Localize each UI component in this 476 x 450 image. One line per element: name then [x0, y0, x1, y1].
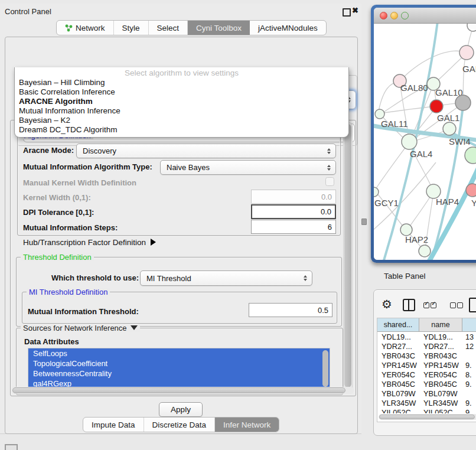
tab-label: jActiveMNodules [258, 24, 318, 32]
dropdown-item[interactable]: Basic Correlation Inference [15, 87, 348, 97]
manual-kernel-width-checkbox[interactable] [325, 177, 334, 186]
checked-checkboxes-icon[interactable] [423, 302, 436, 308]
node-label: SWI4 [449, 136, 471, 146]
network-node[interactable] [375, 109, 384, 119]
table-row[interactable]: YDR27...YDR27...12 [377, 341, 476, 351]
scrollbar-thumb[interactable] [379, 415, 475, 419]
unchecked-checkboxes-icon[interactable] [450, 302, 463, 308]
kernel-width-label: Kernel Width (0,1): [23, 193, 91, 202]
table-cell: YBR045C [377, 380, 419, 389]
column-header[interactable] [462, 318, 476, 331]
network-node[interactable] [467, 24, 476, 31]
table-horizontal-scrollbar[interactable] [379, 414, 476, 420]
dropdown-item[interactable]: Dream8 DC_TDC Algorithm [15, 125, 348, 135]
mi-algorithm-type-select[interactable]: Naive Bayes [160, 160, 336, 175]
control-panel-window: Control Panel ✖ Network Style Select Cyn… [0, 4, 361, 434]
table-cell: YPR145W [377, 361, 419, 370]
data-attributes-list[interactable]: SelfLoops TopologicalCoefficient Between… [28, 348, 330, 390]
table-cell: 9. [462, 361, 476, 370]
settings-vertical-scrollbar[interactable] [343, 122, 353, 394]
which-threshold-value: MI Threshold [146, 274, 191, 283]
network-node[interactable] [459, 45, 474, 60]
table-row[interactable]: YIL052CYIL052C9. [377, 407, 476, 413]
table-row[interactable]: YLR345WYLR345W9. [377, 398, 476, 407]
table-cell: YLR345W [419, 399, 462, 407]
apply-button-label: Apply [171, 405, 191, 414]
tab-cyni-toolbox[interactable]: Cyni Toolbox [188, 21, 250, 35]
node-label: HAP2 [405, 234, 428, 244]
tab-impute-data[interactable]: Impute Data [83, 418, 144, 432]
zoom-traffic-light-icon[interactable] [401, 12, 409, 19]
close-icon[interactable]: ✖ [352, 6, 358, 15]
mi-threshold-field[interactable]: 0.5 [249, 303, 332, 317]
table-row[interactable]: YBL079WYBL079W [377, 389, 476, 398]
document-icon[interactable] [469, 298, 476, 312]
table-row[interactable]: YBR045CYBR045C9. [377, 379, 476, 389]
network-node[interactable] [443, 122, 456, 135]
network-node[interactable] [402, 134, 417, 149]
mi-steps-field[interactable]: 6 [251, 220, 336, 234]
threshold-definition-legend: Threshold Definition [21, 253, 94, 261]
network-window-titlebar[interactable] [374, 8, 476, 24]
attribute-item[interactable]: SelfLoops [28, 348, 330, 358]
network-node[interactable] [455, 95, 471, 110]
dropdown-item[interactable]: Bayesian – Hill Climbing [15, 78, 348, 87]
network-node[interactable] [465, 147, 476, 164]
column-header[interactable]: name [419, 318, 462, 331]
tab-select[interactable]: Select [149, 21, 188, 35]
network-window: GALGAL80GAL10GAL1GAL11SWI4GAL4GCY1HAP4YH… [374, 8, 476, 260]
attribute-item[interactable]: TopologicalCoefficient [28, 358, 330, 369]
table-cell: 12 [462, 342, 476, 351]
tab-style[interactable]: Style [114, 21, 149, 35]
close-traffic-light-icon[interactable] [380, 12, 387, 19]
hub-definition-toggle[interactable]: Hub/Transcription Factor Definition [23, 238, 156, 247]
table-cell: YER054C [377, 370, 419, 379]
attribute-item[interactable]: BetweennessCentrality [28, 369, 330, 379]
dropdown-prompt: Select algorithm to view settings [15, 67, 348, 78]
table-row[interactable]: YBR043CYBR043C [377, 351, 476, 360]
network-canvas[interactable]: GALGAL80GAL10GAL1GAL11SWI4GAL4GCY1HAP4YH… [374, 24, 476, 260]
minimize-traffic-light-icon[interactable] [390, 12, 398, 19]
table-row[interactable]: YDL19...YDL19...13 [377, 332, 476, 341]
tab-jactivemnodules[interactable]: jActiveMNodules [250, 21, 326, 35]
network-node[interactable] [400, 224, 412, 236]
gear-icon[interactable]: ⚙ [382, 298, 392, 310]
columns-icon[interactable] [403, 299, 415, 311]
tab-discretize-data[interactable]: Discretize Data [144, 418, 216, 432]
table-cell: YBR043C [377, 351, 419, 360]
sources-legend[interactable]: Sources for Network Inference [21, 324, 140, 332]
tab-label: Network [76, 24, 105, 32]
collapsed-panel-widget[interactable] [5, 444, 18, 450]
tab-label: Cyni Toolbox [196, 24, 242, 32]
scrollbar-thumb[interactable] [12, 387, 345, 393]
tab-infer-network[interactable]: Infer Network [215, 418, 279, 432]
cyni-mode-tabs: Impute Data Discretize Data Infer Networ… [83, 417, 279, 432]
network-node[interactable] [430, 100, 443, 113]
table-row[interactable]: YER054CYER054C8. [377, 370, 476, 379]
network-node[interactable] [466, 184, 476, 197]
table-cell: YDR27... [377, 342, 419, 351]
network-node[interactable] [419, 245, 431, 257]
panel-splitter-handle[interactable] [361, 219, 367, 225]
column-header[interactable]: shared... [377, 318, 419, 331]
which-threshold-select[interactable]: MI Threshold [140, 270, 312, 286]
tab-network[interactable]: Network [57, 21, 114, 35]
settings-horizontal-scrollbar[interactable] [11, 387, 354, 394]
aracne-mode-select[interactable]: Discovery [76, 144, 336, 158]
table-cell: YIL052C [419, 408, 462, 414]
network-node[interactable] [374, 187, 379, 197]
list-scrollbar-thumb[interactable] [322, 350, 328, 387]
node-table: shared... name YDL19...YDL19...13YDR27..… [377, 318, 476, 422]
scrollbar-thumb[interactable] [344, 124, 351, 387]
kernel-width-field[interactable]: 0.0 [251, 190, 336, 204]
dropdown-item[interactable]: Mutual Information Inference [15, 106, 348, 116]
mi-steps-label: Mutual Information Steps: [23, 223, 118, 232]
table-row[interactable]: YPR145WYPR145W9. [377, 360, 476, 370]
apply-button[interactable]: Apply [159, 402, 203, 417]
dropdown-item-selected[interactable]: ARACNE Algorithm [15, 97, 348, 106]
dropdown-item[interactable]: Bayesian – K2 [15, 116, 348, 125]
dpi-tolerance-field[interactable]: 0.0 [251, 204, 336, 219]
tab-label: Infer Network [223, 420, 270, 429]
table-cell: YBR045C [419, 380, 462, 389]
float-window-icon[interactable] [343, 8, 351, 17]
